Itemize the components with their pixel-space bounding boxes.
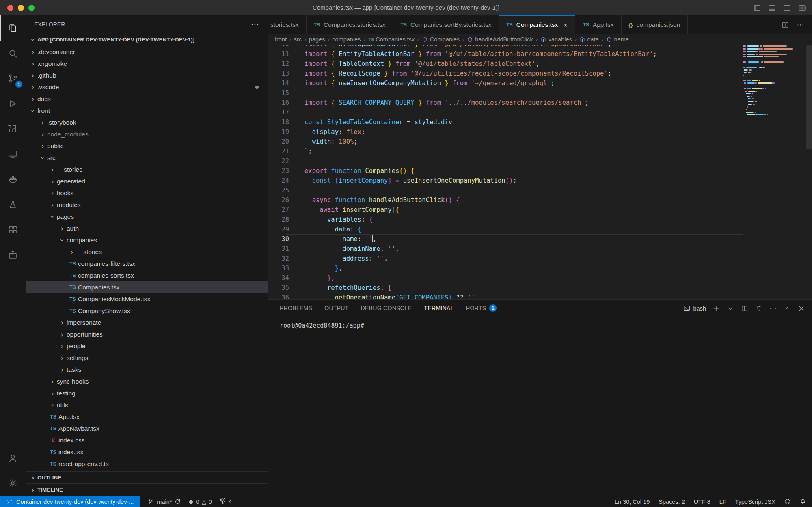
tree-folder[interactable]: ›.devcontainer bbox=[26, 46, 268, 58]
breadcrumb-item[interactable]: companies bbox=[332, 36, 361, 43]
kill-terminal-icon[interactable] bbox=[755, 304, 763, 313]
code-line[interactable]: variables: { bbox=[304, 215, 743, 224]
branch-status[interactable]: main* bbox=[147, 498, 181, 505]
tree-file[interactable]: TScompanies-sorts.tsx bbox=[26, 270, 268, 281]
workspace-section-header[interactable]: › APP [CONTAINER DEV-TWENTY-DEV (DEV-TWE… bbox=[26, 33, 268, 46]
code-line[interactable]: }, bbox=[304, 263, 743, 273]
panel-tab-debug-console[interactable]: DEBUG CONSOLE bbox=[361, 300, 412, 317]
code-line[interactable]: data: { bbox=[304, 224, 743, 234]
toggle-secondary-sidebar-icon[interactable] bbox=[783, 4, 791, 12]
code-line[interactable]: display: flex; bbox=[304, 127, 743, 137]
source-control-icon[interactable]: 1 bbox=[0, 66, 26, 91]
breadcrumb-item[interactable]: TSCompanies.tsx bbox=[368, 36, 415, 43]
code-line[interactable]: import { RecoilScope } from '@/ui/utilit… bbox=[304, 69, 743, 78]
code-line[interactable]: name: '', bbox=[304, 234, 743, 244]
tree-file[interactable]: TSCompanyShow.tsx bbox=[26, 305, 268, 317]
panel-tab-output[interactable]: OUTPUT bbox=[324, 300, 348, 317]
tree-folder[interactable]: ›utils bbox=[26, 399, 268, 411]
tree-file[interactable]: TSreact-app-env.d.ts bbox=[26, 458, 268, 470]
new-terminal-icon[interactable] bbox=[712, 304, 720, 313]
tree-folder[interactable]: ›hooks bbox=[26, 187, 268, 199]
close-window-button[interactable] bbox=[7, 5, 13, 11]
zoom-window-button[interactable] bbox=[28, 5, 35, 11]
tree-folder[interactable]: ›tasks bbox=[26, 364, 268, 375]
explorer-icon[interactable] bbox=[0, 15, 26, 41]
tree-folder[interactable]: ›src bbox=[26, 152, 268, 164]
ports-status[interactable]: 4 bbox=[219, 498, 232, 505]
tree-folder[interactable]: ›front bbox=[26, 105, 268, 117]
code-line[interactable]: import { WithTopBarContainer } from '@/u… bbox=[304, 45, 743, 49]
tree-folder[interactable]: ›.storybook bbox=[26, 117, 268, 128]
extensions-icon[interactable] bbox=[0, 116, 26, 141]
code-line[interactable]: const [insertCompany] = useInsertOneComp… bbox=[304, 176, 743, 186]
launch-profile-chevron-icon[interactable] bbox=[726, 304, 734, 313]
remote-indicator[interactable]: Container dev-twenty-dev (dev-twenty-dev… bbox=[0, 496, 140, 507]
cursor-position[interactable]: Ln 30, Col 19 bbox=[615, 498, 650, 505]
panel-tab-problems[interactable]: PROBLEMS bbox=[280, 300, 312, 317]
tree-folder[interactable]: ›generated bbox=[26, 175, 268, 187]
code-line[interactable]: import { SEARCH_COMPANY_QUERY } from '..… bbox=[304, 98, 743, 108]
feedback-icon[interactable]: ☺ bbox=[784, 498, 790, 505]
outline-section[interactable]: › OUTLINE bbox=[26, 471, 268, 483]
tree-file[interactable]: TScompanies-filters.tsx bbox=[26, 258, 268, 270]
tree-folder[interactable]: ›.github bbox=[26, 69, 268, 81]
close-panel-icon[interactable] bbox=[797, 304, 806, 313]
panel-tab-ports[interactable]: PORTS1 bbox=[466, 300, 497, 317]
accounts-icon[interactable] bbox=[0, 445, 26, 470]
settings-gear-icon[interactable] bbox=[0, 470, 26, 496]
code-line[interactable]: address: '', bbox=[304, 254, 743, 263]
split-editor-icon[interactable] bbox=[781, 21, 790, 29]
editor[interactable]: 1011121314151617181920212223242526272829… bbox=[268, 45, 812, 299]
tree-folder[interactable]: ›docs bbox=[26, 93, 268, 105]
explorer-more-actions-icon[interactable]: ⋯ bbox=[251, 19, 260, 29]
code-line[interactable]: import { TableContext } from '@/ui/table… bbox=[304, 59, 743, 69]
tree-folder[interactable]: ›__stories__ bbox=[26, 246, 268, 258]
code-line[interactable]: `; bbox=[304, 147, 743, 156]
grid-extension-icon[interactable] bbox=[0, 217, 26, 242]
code-line[interactable]: domainName: '', bbox=[304, 244, 743, 254]
code-line[interactable]: import { EntityTableActionBar } from '@/… bbox=[304, 49, 743, 59]
tree-file[interactable]: TSApp.tsx bbox=[26, 411, 268, 423]
breadcrumb-item[interactable]: handleAddButtonClick bbox=[467, 36, 533, 43]
tree-file[interactable]: TSCompanies.tsx bbox=[26, 281, 268, 293]
terminal-profile[interactable]: bash bbox=[683, 304, 706, 312]
minimap[interactable] bbox=[743, 45, 794, 299]
encoding[interactable]: UTF-8 bbox=[694, 498, 710, 505]
tree-folder[interactable]: ›pages bbox=[26, 211, 268, 222]
code-line[interactable]: import { useInsertOneCompanyMutation } f… bbox=[304, 78, 743, 88]
editor-tab[interactable]: TSApp.tsx bbox=[575, 15, 621, 34]
customize-layout-icon[interactable] bbox=[798, 4, 806, 12]
tree-file[interactable]: TSAppNavbar.tsx bbox=[26, 423, 268, 434]
code-line[interactable] bbox=[304, 108, 743, 117]
tree-folder[interactable]: ›companies bbox=[26, 234, 268, 246]
tree-folder[interactable]: ›public bbox=[26, 140, 268, 152]
tree-folder[interactable]: ›auth bbox=[26, 222, 268, 234]
testing-beaker-icon[interactable] bbox=[0, 192, 26, 217]
tree-folder[interactable]: ›opportunities bbox=[26, 328, 268, 340]
editor-tab[interactable]: {}companies.json bbox=[622, 15, 688, 34]
breadcrumb-item[interactable]: pages bbox=[309, 36, 325, 43]
tree-file[interactable]: TSindex.tsx bbox=[26, 446, 268, 458]
tree-file[interactable]: #index.css bbox=[26, 434, 268, 446]
language-mode[interactable]: TypeScript JSX bbox=[735, 498, 775, 505]
editor-more-actions-icon[interactable] bbox=[796, 21, 805, 29]
terminal-content[interactable]: root@0a42ecd84891:/app# bbox=[268, 317, 812, 329]
docker-icon[interactable] bbox=[0, 166, 26, 192]
code-line[interactable]: await insertCompany({ bbox=[304, 205, 743, 215]
notifications-bell-icon[interactable] bbox=[799, 498, 806, 505]
indentation[interactable]: Spaces: 2 bbox=[659, 498, 685, 505]
code-line[interactable]: refetchQueries: [ bbox=[304, 283, 743, 293]
code-line[interactable]: export function Companies() { bbox=[304, 166, 743, 176]
tree-folder[interactable]: ›testing bbox=[26, 387, 268, 399]
remote-explorer-icon[interactable] bbox=[0, 141, 26, 166]
toggle-primary-sidebar-icon[interactable] bbox=[753, 4, 761, 12]
eol-indicator[interactable]: LF bbox=[719, 498, 726, 505]
breadcrumb-item[interactable]: src bbox=[294, 36, 302, 43]
breadcrumb-item[interactable]: name bbox=[606, 36, 629, 43]
tree-folder[interactable]: ›.vscode bbox=[26, 81, 268, 93]
code-line[interactable]: const StyledTableContainer = styled.div` bbox=[304, 117, 743, 127]
editor-tab[interactable]: stories.tsx bbox=[268, 15, 307, 34]
tree-folder[interactable]: ›node_modules bbox=[26, 128, 268, 140]
code-line[interactable]: width: 100%; bbox=[304, 137, 743, 147]
toggle-panel-icon[interactable] bbox=[768, 4, 776, 12]
